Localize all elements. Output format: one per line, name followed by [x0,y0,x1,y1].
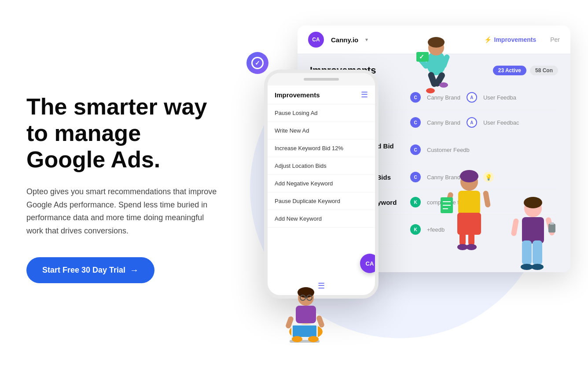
list-item[interactable]: Increase Keyword Bid 12% [268,140,375,157]
svg-point-9 [426,88,435,93]
list-item[interactable]: Adjust Location Bids [268,157,375,175]
tag-a-icon: A [467,92,477,103]
svg-point-31 [531,264,544,270]
svg-rect-32 [511,218,519,236]
svg-point-49 [308,336,319,342]
svg-point-12 [460,170,478,182]
svg-point-26 [524,197,542,208]
jumping-figure-svg: ✓ [408,30,465,100]
menu-icon[interactable]: ☰ [361,90,368,100]
row-tag-label: Customer Feedb [427,147,470,153]
right-figure-svg [509,193,557,281]
cta-button[interactable]: Start Free 30 Day Trial → [26,257,154,283]
sitting-figure-svg [277,285,334,347]
svg-rect-41 [296,306,316,323]
svg-rect-27 [522,217,544,244]
list-item[interactable]: Pause Losing Ad [268,104,375,122]
list-item[interactable]: Add Negative Keyword [268,175,375,192]
svg-rect-44 [293,325,316,337]
opteo-check-icon: ✓ [255,59,260,67]
notch-bar [304,78,339,81]
figure-bottom-left [277,285,330,347]
row-tag-label2: User Feedba [483,94,516,101]
cta-label: Start Free 30 Day Trial [42,266,125,275]
tag-k-icon: K [410,224,421,235]
phone-title: Improvements [275,91,320,99]
chevron-down-icon: ▾ [365,37,368,43]
svg-rect-15 [459,232,466,246]
tag-c-icon: C [410,144,421,155]
svg-point-2 [428,37,445,48]
middle-figure-svg [438,166,500,255]
svg-text:✓: ✓ [419,53,424,60]
phone-notch [268,73,375,85]
figure-middle [438,166,500,255]
svg-point-10 [439,82,448,88]
bolt-icon: ⚡ [484,36,492,43]
nav-improvements[interactable]: ⚡ Improvements [484,36,537,43]
list-item[interactable]: Write New Ad [268,122,375,140]
nav-improvements-label: Improvements [494,36,537,43]
headline: The smarter way to manage Google Ads. [26,94,220,173]
phone-avatar: CA [360,254,379,273]
subtext: Opteo gives you smart recommendations th… [26,185,220,238]
left-panel: The smarter way to manage Google Ads. Op… [26,94,238,283]
company-name: Canny.io [331,36,358,44]
desktop-avatar: CA [308,32,324,48]
tag-k-icon: K [410,197,421,207]
svg-rect-14 [457,213,481,235]
row-tag-label: Canny Brand [427,119,460,126]
phone-list: Pause Losing Ad Write New Ad Increase Ke… [268,104,375,228]
tag-a-icon: A [467,117,477,128]
svg-point-48 [292,336,302,342]
svg-rect-29 [533,240,542,265]
svg-point-30 [521,264,533,270]
svg-rect-28 [522,240,532,265]
tag-c-icon: C [410,117,421,128]
right-panel: ✓ CA Canny.io ▾ ⚡ Improvements Per Impro… [238,17,562,360]
opteo-logo: ✓ [246,52,268,74]
active-badge: 23 Active [493,66,526,75]
svg-rect-13 [458,191,480,215]
list-item[interactable]: Add New Keyword [268,210,375,228]
nav-performance: Per [550,36,560,43]
tag-c-icon: C [410,172,421,182]
svg-rect-16 [468,232,474,246]
row-tag-label2: User Feedbac [483,119,519,126]
svg-rect-35 [550,222,554,225]
svg-rect-34 [548,224,555,233]
figure-top-right: ✓ [408,30,465,100]
list-item[interactable]: Pause Duplicate Keyword [268,192,375,210]
svg-point-18 [466,244,477,250]
figure-right [509,193,557,281]
complete-badge: 58 Con [530,66,558,75]
phone-header: Improvements ☰ [268,85,375,104]
svg-rect-20 [483,190,491,208]
mobile-phone: Improvements ☰ Pause Losing Ad Write New… [264,70,379,299]
cta-arrow-icon: → [130,265,139,275]
